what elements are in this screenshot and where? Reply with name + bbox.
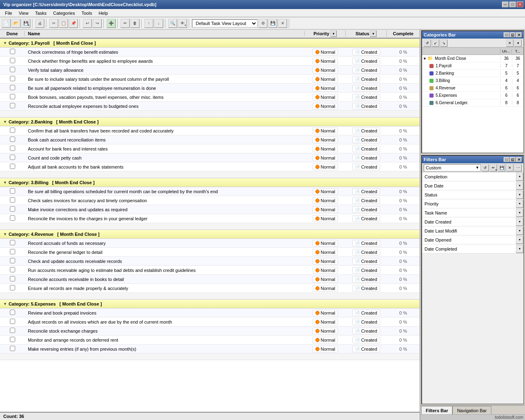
checkbox-input-4-2[interactable] — [10, 328, 15, 333]
layout-select[interactable]: Default Task View Layout — [192, 19, 258, 27]
checkbox-input-2-1[interactable] — [10, 197, 15, 203]
category-toggle-revenue[interactable]: ▼ — [3, 232, 7, 236]
filter-edit-btn[interactable]: ✏▾ — [490, 164, 497, 171]
checkbox-input-3-3[interactable] — [10, 267, 15, 272]
checkbox-input-4-0[interactable] — [10, 310, 15, 315]
filter-more-btn[interactable]: ⋯ — [514, 164, 522, 171]
checkbox-input-2-2[interactable] — [10, 206, 15, 212]
open-btn[interactable]: 📂 — [11, 19, 21, 28]
cat-expand-btn[interactable]: ↘ — [440, 39, 447, 47]
table-row[interactable]: Book cash account reconciliation items N… — [0, 135, 420, 144]
save-btn[interactable]: 💾▾ — [21, 19, 30, 28]
category-label-revenue[interactable]: ▼ Category: 4.Revenue [ Month End Close … — [0, 230, 420, 239]
task-checkbox-3-3[interactable] — [0, 267, 25, 273]
filter-arrow-6[interactable]: ▾ — [516, 227, 523, 235]
task-checkbox-1-3[interactable] — [0, 155, 25, 161]
cat-tree-item-0[interactable]: 1.Payroll 7 7 — [422, 62, 523, 70]
table-row[interactable]: Reconcile the general ledger to detail N… — [0, 248, 420, 257]
task-checkbox-0-5[interactable] — [0, 94, 25, 100]
filter-save-btn[interactable]: 💾 — [498, 164, 505, 171]
menu-help[interactable]: Help — [95, 10, 111, 16]
checkbox-input-1-2[interactable] — [10, 146, 15, 151]
cat-tree-item-1[interactable]: 2.Banking 5 5 — [422, 70, 523, 77]
checkbox-input-3-5[interactable] — [10, 285, 15, 290]
task-checkbox-2-1[interactable] — [0, 197, 25, 203]
task-checkbox-1-4[interactable] — [0, 164, 25, 170]
filter-panel-float-btn[interactable]: ◱ — [510, 157, 516, 162]
col-header-priority[interactable]: Priority ▾ — [305, 30, 346, 37]
filter-row-2[interactable]: Status ▾ — [422, 190, 523, 199]
table-row[interactable]: Adjust all bank accounts to the bank sta… — [0, 162, 420, 171]
filter-arrow-3[interactable]: ▾ — [516, 200, 523, 208]
table-row[interactable]: Count and code petty cash Normal 📄 Creat… — [0, 153, 420, 162]
checkbox-input-3-2[interactable] — [10, 258, 15, 263]
print-btn[interactable]: 🖨 — [35, 19, 44, 28]
filter-panel-close-btn[interactable]: ✕ — [516, 157, 522, 162]
task-checkbox-3-5[interactable] — [0, 285, 25, 291]
task-checkbox-0-2[interactable] — [0, 67, 25, 73]
filter-row-1[interactable]: Due Date ▾ — [422, 181, 523, 190]
table-row[interactable]: Be sure to include salary totals under t… — [0, 75, 420, 84]
table-row[interactable]: Make invoice corrections and updates as … — [0, 205, 420, 214]
task-checkbox-4-3[interactable] — [0, 337, 25, 343]
table-row[interactable]: Ensure all records are made properly & a… — [0, 284, 420, 293]
task-checkbox-1-1[interactable] — [0, 137, 25, 143]
checkbox-input-0-5[interactable] — [10, 94, 15, 99]
task-checkbox-2-3[interactable] — [0, 215, 25, 221]
task-checkbox-3-0[interactable] — [0, 240, 25, 246]
task-checkbox-4-1[interactable] — [0, 319, 25, 325]
cut-btn[interactable]: ✂ — [49, 19, 58, 28]
cat-tree-item-2[interactable]: 3.Billing 4 4 — [422, 77, 523, 84]
cat-refresh-btn[interactable]: ↺ — [424, 39, 431, 47]
layout-clear-btn[interactable]: ✕ — [278, 19, 287, 28]
checkbox-input-0-2[interactable] — [10, 67, 15, 72]
checkbox-input-3-0[interactable] — [10, 240, 15, 245]
checkbox-input-1-4[interactable] — [10, 164, 15, 169]
cat-tree-root[interactable]: ▼ 📁 Month End Close 36 36 — [422, 55, 523, 62]
copy-btn[interactable]: 📋 — [59, 19, 68, 28]
task-checkbox-1-2[interactable] — [0, 146, 25, 152]
edit-btn[interactable]: ✏ — [121, 19, 130, 28]
menu-tools[interactable]: Tools — [78, 10, 96, 16]
redo-btn[interactable]: ↪ — [93, 19, 102, 28]
checkbox-input-2-3[interactable] — [10, 215, 15, 221]
task-checkbox-0-3[interactable] — [0, 76, 25, 82]
table-row[interactable]: Verify total salary allowance Normal 📄 C… — [0, 66, 420, 75]
add-task-btn[interactable]: ➕ — [107, 19, 116, 28]
table-row[interactable]: Check whether fringe benefits are applie… — [0, 57, 420, 66]
task-checkbox-0-4[interactable] — [0, 85, 25, 91]
filter-arrow-7[interactable]: ▾ — [516, 236, 523, 244]
task-checkbox-1-0[interactable] — [0, 128, 25, 134]
task-checkbox-0-1[interactable] — [0, 58, 25, 64]
move-down-btn[interactable]: ↓ — [154, 19, 163, 28]
filter-arrow-1[interactable]: ▾ — [516, 182, 523, 190]
tab-navigation-bar[interactable]: Navigation Bar — [452, 406, 491, 414]
delete-btn[interactable]: 🗑 — [130, 19, 139, 28]
checkbox-input-1-0[interactable] — [10, 128, 15, 133]
cat-tree-item-3[interactable]: 4.Revenue 6 6 — [422, 84, 523, 92]
table-row[interactable]: Book bonuses, vacation payouts, travel e… — [0, 93, 420, 102]
filter-arrow-4[interactable]: ▾ — [516, 209, 523, 217]
table-row[interactable]: Check and update accounts receivable rec… — [0, 257, 420, 266]
checkbox-input-2-0[interactable] — [10, 188, 15, 194]
priority-filter-btn[interactable]: ▾ — [330, 30, 337, 37]
category-label-expenses[interactable]: ▼ Category: 5.Expenses [ Month End Close… — [0, 299, 420, 308]
task-checkbox-4-2[interactable] — [0, 328, 25, 334]
checkbox-input-0-3[interactable] — [10, 76, 15, 81]
checkbox-input-3-1[interactable] — [10, 249, 15, 254]
categories-tree[interactable]: ▼ 📁 Month End Close 36 36 1.Payroll 7 7 … — [422, 55, 523, 153]
filter-apply-btn[interactable]: ↺ — [482, 164, 489, 171]
cat-menu-btn[interactable]: ▾ — [514, 39, 522, 47]
filter-row-4[interactable]: Task Name ▾ — [422, 208, 523, 217]
filter-btn[interactable]: 🔍 — [168, 19, 177, 28]
cat-collapse-btn[interactable]: ↙ — [432, 39, 439, 47]
view-btn[interactable]: 👁▾ — [178, 19, 187, 28]
task-checkbox-3-1[interactable] — [0, 249, 25, 255]
category-label-billing[interactable]: ▼ Category: 3.Billing [ Month End Close … — [0, 178, 420, 187]
task-checkbox-2-0[interactable] — [0, 188, 25, 194]
filter-name-dropdown[interactable]: Custom ▾ — [424, 164, 481, 171]
checkbox-input-3-4[interactable] — [10, 276, 15, 281]
table-row[interactable]: Make reversing entries (if any) from pre… — [0, 345, 420, 354]
cat-tree-item-4[interactable]: 5.Expenses 6 6 — [422, 92, 523, 99]
checkbox-input-0-1[interactable] — [10, 58, 15, 63]
